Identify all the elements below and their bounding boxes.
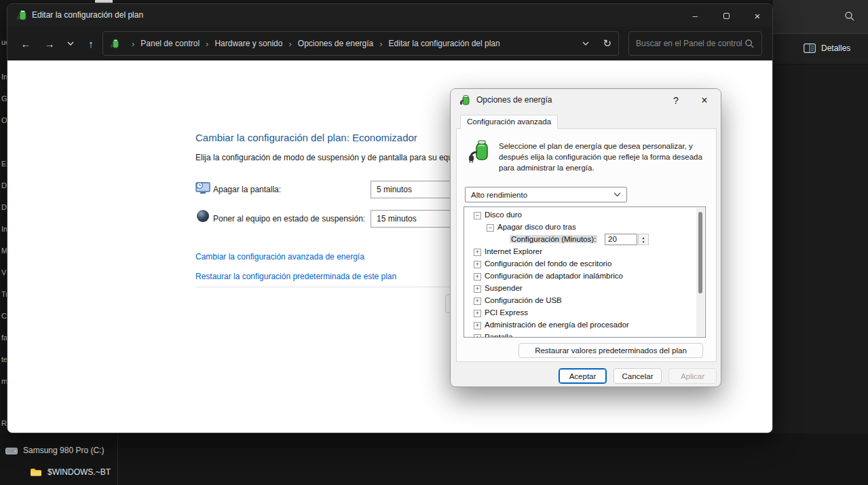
help-button[interactable]: ? — [666, 92, 685, 109]
expand-icon[interactable]: + — [474, 310, 481, 317]
sleep-value: 15 minutos — [377, 214, 417, 223]
power-options-icon — [16, 10, 28, 21]
tree-row: − Apagar disco duro tras — [464, 221, 705, 234]
explorer-body — [773, 65, 868, 433]
details-button[interactable]: Detalles — [804, 43, 850, 53]
dialog-description: Seleccione el plan de energía que desea … — [499, 141, 706, 174]
tree-row: Configuración (Minutos): 20 ▲▼ — [464, 234, 705, 246]
sleep-label: Poner al equipo en estado de suspensión: — [213, 214, 365, 223]
expand-icon[interactable]: + — [474, 249, 481, 256]
display-off-combo[interactable]: 5 minutos — [371, 181, 459, 198]
breadcrumb-separator[interactable]: › — [379, 39, 382, 49]
tree-row: + Pantalla — [464, 331, 705, 338]
display-off-label: Apagar la pantalla: — [213, 185, 281, 194]
explorer-nav-pane: Samsung 980 Pro (C:) $WINDOWS.~BT — [0, 433, 868, 485]
tree-item-label[interactable]: Administración de energía del procesador — [485, 321, 629, 329]
pane-divider[interactable] — [117, 433, 118, 485]
maximize-icon — [723, 13, 730, 19]
stepper-down-icon[interactable]: ▼ — [642, 240, 645, 244]
tree-item-label[interactable]: Configuración de USB — [485, 296, 562, 304]
collapse-icon[interactable]: − — [474, 212, 481, 219]
display-off-value: 5 minutos — [377, 185, 412, 194]
breadcrumb[interactable]: › Panel de control › Hardware y sonido ›… — [102, 31, 619, 56]
back-button[interactable]: ← — [17, 35, 35, 52]
tree-item-label[interactable]: Internet Explorer — [485, 247, 542, 255]
breadcrumb-separator: › — [132, 39, 134, 49]
tree-item-label[interactable]: PCI Express — [485, 308, 528, 317]
sleep-icon — [197, 210, 209, 222]
tree-item-label[interactable]: Disco duro — [485, 211, 522, 219]
search-input[interactable] — [636, 39, 744, 48]
tree-row: + Configuración de adaptador inalámbrico — [464, 270, 705, 283]
control-panel-search[interactable] — [628, 31, 762, 56]
nav-item-label: Samsung 980 Pro (C:) — [23, 446, 104, 455]
dialog-titlebar[interactable]: Opciones de energía ? × — [451, 89, 721, 111]
tree-row: + Configuración del fondo de escritorio — [464, 258, 705, 270]
apply-button[interactable]: Aplicar — [668, 368, 717, 384]
breadcrumb-separator[interactable]: › — [206, 39, 208, 49]
window-title: Editar la configuración del plan — [32, 10, 143, 20]
collapse-icon[interactable]: − — [487, 224, 494, 232]
tree-row: − Disco duro — [464, 209, 705, 221]
tree-item-label[interactable]: Suspender — [485, 284, 523, 292]
window-titlebar[interactable]: Editar la configuración del plan – × — [7, 4, 772, 26]
accept-button[interactable]: Aceptar — [559, 368, 607, 384]
breadcrumb-segment-hardware-sound[interactable]: Hardware y sonido — [214, 39, 282, 48]
details-pane-icon — [804, 43, 816, 53]
details-label: Detalles — [821, 43, 850, 53]
chevron-down-icon — [614, 192, 621, 197]
minutes-stepper[interactable]: ▲▼ — [638, 234, 649, 245]
expand-icon[interactable]: + — [474, 334, 481, 338]
close-button[interactable]: × — [747, 8, 768, 23]
power-options-icon — [459, 94, 471, 106]
recent-locations-chevron[interactable] — [62, 35, 79, 52]
tree-row: + Administración de energía del procesad… — [464, 319, 705, 331]
refresh-icon[interactable]: ↻ — [603, 37, 611, 50]
scrollbar-thumb[interactable] — [698, 212, 702, 293]
breadcrumb-segment-power-options[interactable]: Opciones de energía — [298, 39, 373, 48]
sleep-combo[interactable]: 15 minutos — [371, 210, 459, 228]
tree-item-label[interactable]: Configuración del fondo de escritorio — [485, 259, 611, 268]
breadcrumb-segment-control-panel[interactable]: Panel de control — [140, 39, 200, 48]
expand-icon[interactable]: + — [474, 273, 481, 281]
advanced-settings-tree[interactable]: − Disco duro − Apagar disco duro tras Co… — [464, 206, 706, 338]
cancel-button[interactable]: Cancelar — [614, 368, 662, 384]
power-plan-combo[interactable]: Alto rendimiento — [465, 187, 627, 202]
tree-item-label[interactable]: Configuración de adaptador inalámbrico — [485, 272, 623, 280]
tree-item-label-selected[interactable]: Configuración (Minutos): — [510, 235, 597, 243]
background-window-edge — [95, 0, 113, 3]
page-subtitle: Elija la configuración de modo de suspen… — [195, 153, 455, 162]
dialog-close-button[interactable]: × — [695, 92, 714, 109]
restore-defaults-link[interactable]: Restaurar la configuración predeterminad… — [195, 272, 396, 281]
restore-plan-defaults-button[interactable]: Restaurar valores predeterminados del pl… — [518, 343, 703, 358]
expand-icon[interactable]: + — [474, 298, 481, 305]
tab-advanced-settings[interactable]: Configuración avanzada — [460, 115, 558, 129]
tree-row: + Configuración de USB — [464, 295, 705, 307]
tree-item-label[interactable]: Apagar disco duro tras — [497, 223, 576, 231]
advanced-power-settings-link[interactable]: Cambiar la configuración avanzada de ene… — [195, 252, 364, 262]
tree-item-label[interactable]: Pantalla — [485, 333, 513, 338]
address-dropdown-icon[interactable] — [582, 41, 589, 46]
power-plan-value: Alto rendimiento — [471, 191, 527, 199]
minutes-input[interactable]: 20 — [605, 234, 637, 245]
forward-button[interactable]: → — [41, 35, 58, 52]
up-button[interactable]: ↑ — [82, 35, 100, 52]
power-options-dialog: Opciones de energía ? × Configuración av… — [450, 88, 721, 387]
explorer-search-bar[interactable] — [773, 0, 868, 34]
tree-scrollbar[interactable] — [696, 208, 704, 336]
expand-icon[interactable]: + — [474, 261, 481, 268]
breadcrumb-segment-edit-plan[interactable]: Editar la configuración del plan — [389, 39, 500, 48]
tree-row: + Suspender — [464, 283, 705, 295]
dialog-title: Opciones de energía — [476, 95, 552, 105]
battery-plug-icon — [468, 139, 492, 163]
nav-item-drive-c[interactable]: Samsung 980 Pro (C:) — [5, 446, 104, 455]
nav-item-windows-bt[interactable]: $WINDOWS.~BT — [30, 467, 111, 477]
explorer-command-bar: Detalles — [773, 34, 868, 65]
maximize-button[interactable] — [716, 8, 736, 23]
navigation-bar: ← → ↑ › Panel de control › Hardware y so… — [7, 26, 772, 60]
nav-item-label: $WINDOWS.~BT — [48, 467, 111, 477]
expand-icon[interactable]: + — [474, 285, 481, 293]
expand-icon[interactable]: + — [474, 322, 481, 329]
breadcrumb-separator[interactable]: › — [288, 39, 291, 49]
minimize-button[interactable]: – — [685, 8, 705, 23]
